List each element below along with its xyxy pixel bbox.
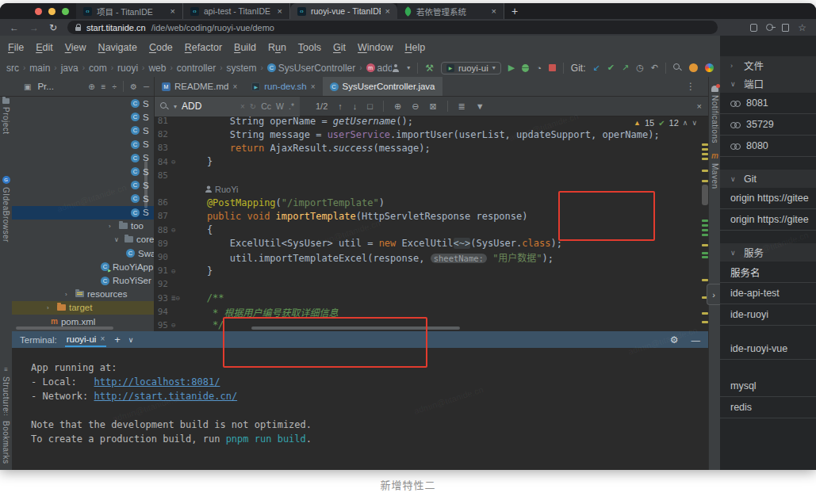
find-input[interactable]: ▾ ADD × ↻ Cc W .* <box>155 97 300 116</box>
tool-window-gideabrowser[interactable]: G GIdeaBrowser <box>0 176 12 242</box>
tree-item[interactable]: CS <box>12 206 154 220</box>
terminal-tab[interactable]: ruoyi-ui × <box>65 333 107 347</box>
panel-section-header[interactable]: ∨端口 <box>720 74 816 93</box>
browser-tab[interactable]: 若依管理系统× <box>397 3 504 19</box>
browser-tab[interactable]: ‹›api-test - TitanIDE× <box>183 3 290 19</box>
prev-issue-icon[interactable]: ∧ <box>683 119 688 127</box>
browser-tab[interactable]: ‹›项目 - TitanIDE× <box>76 3 183 19</box>
tool-window-structure[interactable]: ≡ Structure <box>0 366 12 412</box>
close-tab-icon[interactable]: × <box>232 82 237 91</box>
tree-item[interactable]: ›target <box>12 301 154 315</box>
breadcrumb-item[interactable]: main <box>29 63 50 74</box>
reload-icon[interactable]: ↻ <box>49 23 57 32</box>
git-push-icon[interactable]: ↗ <box>622 63 629 73</box>
port-item[interactable]: 8081 <box>720 93 816 114</box>
panel-item[interactable]: origin https://gitee <box>720 209 816 231</box>
tree-scrollbar[interactable] <box>144 161 147 208</box>
panel-item[interactable]: mysql <box>720 376 816 397</box>
clear-icon[interactable]: × <box>240 102 245 111</box>
breadcrumb-item[interactable]: controller <box>177 63 216 74</box>
close-tab-icon[interactable]: × <box>385 6 390 16</box>
menu-item-code[interactable]: Code <box>149 42 173 53</box>
terminal-minimize-icon[interactable]: — <box>691 335 701 345</box>
editor-tab[interactable]: CSysUserController.java <box>323 77 442 96</box>
close-tab-icon[interactable]: × <box>170 6 175 16</box>
minimize-window-button[interactable] <box>48 8 56 15</box>
close-terminal-tab-icon[interactable]: × <box>100 334 105 343</box>
debug-icon[interactable] <box>522 64 529 72</box>
rollback-icon[interactable]: ↶ <box>651 63 658 73</box>
panel-section-header[interactable]: ∨Git <box>720 170 816 188</box>
gear-icon[interactable]: ⚙ <box>130 82 137 91</box>
user-icon[interactable] <box>392 64 400 72</box>
panel-item[interactable]: ide-ruoyi-vue <box>720 338 816 360</box>
git-commit-icon[interactable]: ✔ <box>607 63 615 73</box>
stop-button[interactable] <box>549 64 556 71</box>
tree-item[interactable]: ∨core.co <box>12 233 154 246</box>
breadcrumb-item[interactable]: system <box>227 63 257 74</box>
close-tab-icon[interactable]: × <box>278 6 282 16</box>
expand-all-icon[interactable]: ≡ <box>102 82 106 91</box>
tree-hscrollbar[interactable] <box>16 326 113 330</box>
next-match-icon[interactable]: ↓ <box>353 101 358 111</box>
password-manager-icon[interactable] <box>766 24 773 31</box>
tree-item[interactable]: CSwa <box>12 246 154 260</box>
collapse-all-icon[interactable]: ÷ <box>112 82 117 91</box>
plugin-icon[interactable] <box>705 63 714 72</box>
menu-item-help[interactable]: Help <box>404 42 425 53</box>
panel-collapse-handle[interactable]: › <box>707 284 720 305</box>
panel-section-header[interactable]: ›文件 <box>720 56 816 74</box>
hide-panel-icon[interactable]: ─ <box>144 82 149 91</box>
tree-item[interactable]: CS <box>12 124 154 137</box>
tree-item[interactable]: CS <box>12 192 154 205</box>
terminal-dropdown-icon[interactable]: ∨ <box>128 336 134 344</box>
breadcrumb-item[interactable]: src <box>6 63 19 74</box>
bookmark-star-icon[interactable]: ☆ <box>798 23 806 32</box>
more-options-icon[interactable]: ⋮ <box>686 81 695 92</box>
search-everywhere-icon[interactable] <box>673 63 682 72</box>
tree-item[interactable]: CS <box>12 151 154 165</box>
build-hammer-icon[interactable]: ⚒ <box>425 63 434 74</box>
port-item[interactable]: 8080 <box>720 136 816 157</box>
git-update-icon[interactable]: ↙ <box>593 63 600 73</box>
terminal-link[interactable]: http://start.titanide.cn/ <box>94 391 237 402</box>
sidepanel-icon[interactable] <box>750 24 757 32</box>
menu-item-tools[interactable]: Tools <box>298 42 321 53</box>
tool-window-bookmarks[interactable]: ∷ Bookmarks <box>0 410 12 464</box>
panel-section-header[interactable]: ∨服务 <box>720 243 816 262</box>
terminal-link[interactable]: http://localhost:8081/ <box>94 376 220 388</box>
menu-item-window[interactable]: Window <box>358 42 393 53</box>
menu-item-edit[interactable]: Edit <box>36 42 53 53</box>
run-button[interactable]: ▶ <box>508 63 515 73</box>
panel-item[interactable]: ide-ruoyi <box>720 304 816 326</box>
tool-window-maven[interactable]: m Maven <box>709 151 721 189</box>
breadcrumb-method[interactable]: add <box>377 63 393 74</box>
browser-tab[interactable]: ‹›ruoyi-vue - TitanIDE× <box>290 3 397 19</box>
terminal-settings-icon[interactable]: ⚙ <box>670 334 679 346</box>
close-tab-icon[interactable]: × <box>311 82 316 91</box>
tree-item[interactable]: CS <box>12 178 154 192</box>
regex-toggle[interactable]: .* <box>289 101 294 111</box>
panel-item[interactable]: redis <box>720 397 816 418</box>
select-in-scope-icon[interactable]: □ <box>367 101 373 111</box>
tree-item[interactable]: ›resources <box>12 288 154 301</box>
chevron-down-icon[interactable]: ▾ <box>407 64 410 71</box>
tool-window-notifications[interactable]: Notifications <box>709 86 721 143</box>
add-selection-icon[interactable]: ⊕ <box>394 101 401 112</box>
close-window-button[interactable] <box>35 8 42 15</box>
tree-item[interactable]: CRuoYiApp <box>12 260 154 273</box>
translate-icon[interactable] <box>782 24 789 32</box>
remove-selection-icon[interactable]: ⊖ <box>412 101 419 112</box>
tree-item[interactable]: CS <box>12 165 154 178</box>
select-all-icon[interactable]: ⊠ <box>429 101 436 112</box>
new-tab-button[interactable]: + <box>504 3 525 19</box>
panel-item[interactable]: origin https://gitee <box>720 188 816 209</box>
close-find-icon[interactable]: × <box>697 101 702 111</box>
breadcrumb-item[interactable]: java <box>61 63 79 74</box>
tree-item[interactable]: CRuoYiSer <box>12 273 154 287</box>
forward-icon[interactable]: → <box>29 23 39 32</box>
words-toggle[interactable]: W <box>276 101 284 111</box>
new-terminal-icon[interactable]: + <box>114 334 121 346</box>
chevron-down-icon[interactable]: ▾ <box>174 103 177 110</box>
menu-item-refactor[interactable]: Refactor <box>185 42 222 53</box>
